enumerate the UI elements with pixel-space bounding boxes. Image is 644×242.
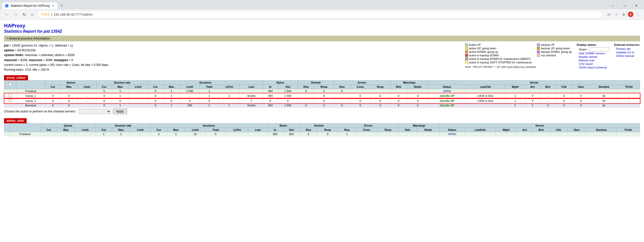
display-options: Display option: Scope : Hide 'DOWN' serv…: [577, 43, 609, 72]
translate-button[interactable]: ☍: [606, 12, 612, 18]
mycat1-checkbox[interactable]: [9, 94, 12, 97]
admin-frontend-sr-max: 2: [112, 132, 130, 136]
mycat2-checkbox[interactable]: [9, 99, 12, 102]
mycat1-sr-limit: [128, 93, 148, 98]
back-button[interactable]: ←: [3, 11, 10, 18]
disable-refresh-link[interactable]: Disable refresh: [579, 55, 597, 58]
backend-denied-resp: 0: [314, 103, 334, 108]
primary-site-link[interactable]: Primary site: [616, 47, 631, 50]
extensions-button[interactable]: ⚙: [621, 12, 627, 18]
forward-button[interactable]: →: [12, 11, 19, 18]
menu-button[interactable]: ⋮: [634, 12, 641, 18]
table-row: Frontend 1 2 - 2 2 10 5 883 803 0 0: [4, 132, 640, 136]
sr-limit-header: Limit: [128, 85, 148, 89]
warn-retr-header: Retr: [390, 85, 407, 89]
mycat2-queue-max: 0: [60, 98, 77, 103]
scope-input[interactable]: [589, 47, 609, 51]
home-button[interactable]: ⌂: [29, 11, 35, 18]
frontend-wght: [505, 89, 525, 93]
row-name-mycat1: mycat_1: [16, 93, 45, 98]
admin-sr-group: Session rate: [95, 124, 150, 128]
admin-frontend-bytes-out: 803: [283, 132, 300, 136]
url-bar[interactable]: 不安全 | 192.168.80.40:7777/admin: [37, 11, 603, 18]
admin-frontend-queue-limit: [75, 132, 95, 136]
new-tab-button[interactable]: +: [58, 2, 65, 9]
backend-wght: 2: [505, 103, 525, 108]
admin-frontend-sess-lbtot: [226, 132, 248, 136]
backend-sess-last: 4m24s: [240, 103, 263, 108]
updates-link[interactable]: Updates (v2.1): [616, 51, 634, 54]
frontend-denied-req: 0: [298, 89, 314, 93]
backend-sess-limit: 200: [180, 103, 200, 108]
proxy-status-title-bar: proxy_status: [4, 75, 28, 80]
frontend-err-resp: [370, 89, 390, 93]
active-tab[interactable]: Statistics Report for HAProxy ✕: [2, 3, 57, 9]
mycat1-sess-lbtot: 1: [219, 93, 240, 98]
frontend-sess-total: 1: [200, 89, 219, 93]
external-resources: External resources: Primary site Updates…: [614, 43, 640, 72]
sr-cur-header: Cur: [96, 85, 112, 89]
mycat1-err-conn: 0: [350, 93, 371, 98]
admin-frontend-status: OPEN: [440, 132, 465, 136]
admin-srv-bck: Bck: [533, 128, 550, 132]
maximize-button[interactable]: □: [619, 2, 630, 9]
backend-dwntme: 0s: [590, 103, 618, 108]
admin-queue-limit: Limit: [75, 128, 95, 132]
close-button[interactable]: ✕: [630, 2, 642, 9]
legend: active UP backup UP active UP, going dow…: [465, 43, 572, 72]
table-row: Backend 0 0 0 1 0 1 200 1 1 4m24s 394 1 …: [4, 103, 640, 108]
admin-frontend-err-resp: [377, 132, 399, 136]
general-section-header[interactable]: General process information: [4, 36, 640, 41]
reload-button[interactable]: ↻: [21, 11, 27, 18]
csv-export-link[interactable]: CSV export: [579, 62, 593, 65]
admin-srv-act: Act: [517, 128, 532, 132]
mycat1-denied-req: [298, 93, 314, 98]
json-export-link[interactable]: JSON export (schema): [579, 66, 607, 69]
proxy-status-title: proxy_status: [7, 76, 25, 79]
scope-label: Scope :: [579, 48, 588, 51]
sessions-group-header: Sessions: [148, 80, 263, 85]
apply-button[interactable]: Apply: [113, 109, 127, 114]
minimize-button[interactable]: ─: [607, 2, 619, 9]
mycat1-lastchk: L4OK in 0ms: [465, 93, 505, 98]
legend-label-not-checked: not checked: [541, 54, 556, 57]
sess-cur-header: Cur: [148, 85, 163, 89]
frontend-denied-resp: 0: [314, 89, 334, 93]
backend-warn-retr: 0: [390, 103, 407, 108]
mycat1-queue-cur: 0: [45, 93, 61, 98]
mycat1-queue-limit: -: [77, 93, 96, 98]
mycat2-queue-cur: 0: [45, 98, 61, 103]
action-select[interactable]: Set state to READY Set state to DRAIN Se…: [79, 109, 111, 114]
admin-frontend-lastchk: [465, 132, 495, 136]
err-conn-header: Conn: [350, 85, 371, 89]
admin-srv-dwn: Dwn: [567, 128, 586, 132]
admin-errors-group: Errors: [338, 124, 399, 128]
sess-limit-header: Limit: [180, 85, 200, 89]
select-all-checkbox[interactable]: [9, 83, 12, 86]
queue-limit-header: Limit: [77, 85, 96, 89]
mycat1-dwn: 0: [572, 93, 590, 98]
admin-queue-max: Max: [57, 128, 75, 132]
hide-down-link[interactable]: Hide 'DOWN' servers: [579, 52, 605, 55]
admin-srv-dwntme: Dwntme: [586, 128, 617, 132]
profile-button[interactable]: ●: [628, 12, 633, 17]
frontend-sess-limit: 2 000: [180, 89, 200, 93]
frontend-queue-max: [60, 89, 77, 93]
admin-sess-limit: Limit: [185, 128, 206, 132]
mycat2-sr-limit: [128, 98, 148, 103]
mycat1-sess-limit: -: [180, 93, 200, 98]
mycat1-queue-max: 0: [60, 93, 77, 98]
admin-sr-limit: Limit: [130, 128, 150, 132]
tab-close-button[interactable]: ✕: [52, 4, 54, 8]
admin-frontend-dwn: [567, 132, 586, 136]
admin-frontend-chk: [550, 132, 567, 136]
bookmark-button[interactable]: ☆: [613, 12, 620, 18]
admin-warnings-group: Warnings: [399, 124, 440, 128]
frontend-sr-cur: 0: [96, 89, 112, 93]
legend-item-active-down-going-up: active DOWN, going up: [465, 50, 532, 53]
external-resources-title: External resources:: [614, 43, 640, 46]
online-manual-link[interactable]: Online manual: [616, 54, 634, 57]
admin-checkbox-col: [4, 124, 10, 132]
legend-item-active-up-going-down: active UP, going down: [465, 47, 532, 50]
refresh-now-link[interactable]: Refresh now: [579, 59, 594, 62]
